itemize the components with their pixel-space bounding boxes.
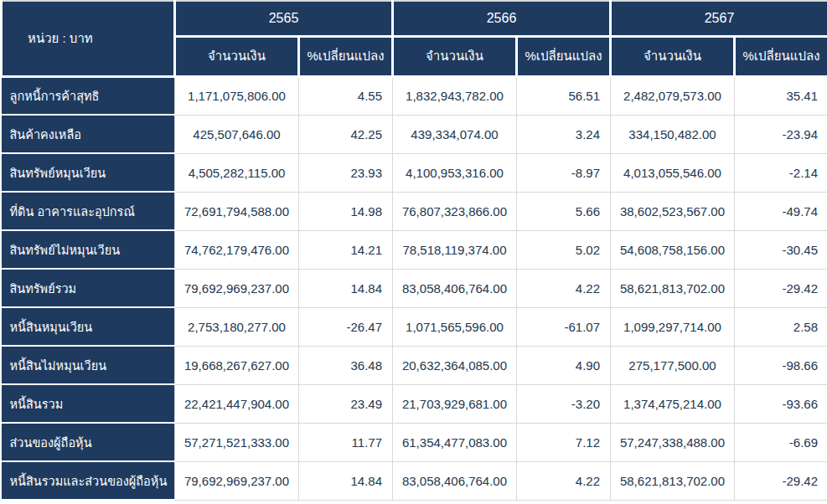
percent-change-cell: 7.12 (517, 423, 611, 461)
amount-cell: 79,692,969,237.00 (175, 269, 299, 307)
amount-cell: 57,247,338,488.00 (611, 423, 735, 461)
amount-cell: 1,374,475,214.00 (611, 384, 735, 423)
table-header: หน่วย : บาท 2565 2566 2567 จำนวนเงิน %เป… (2, 1, 827, 76)
table-row: ที่ดิน อาคารและอุปกรณ์72,691,794,588.001… (2, 192, 827, 230)
amount-cell: 275,177,500.00 (611, 346, 735, 384)
amount-cell: 78,518,119,374.00 (393, 230, 517, 269)
percent-change-cell: 3.24 (517, 115, 611, 153)
table-row: ส่วนของผู้ถือหุ้น57,271,521,333.0011.776… (2, 423, 827, 461)
table-row: สินทรัพย์รวม79,692,969,237.0014.8483,058… (2, 269, 827, 307)
percent-change-header-2567: %เปลี่ยนแปลง (735, 36, 827, 76)
percent-change-header-2565: %เปลี่ยนแปลง (299, 36, 393, 76)
amount-cell: 72,691,794,588.00 (175, 192, 299, 230)
percent-change-cell: 4.55 (299, 76, 393, 115)
percent-change-cell: -29.42 (735, 461, 827, 500)
amount-cell: 425,507,646.00 (175, 115, 299, 153)
amount-cell: 22,421,447,904.00 (175, 384, 299, 423)
table-row: หนี้สินรวมและส่วนของผู้ถือหุ้น79,692,969… (2, 461, 827, 500)
table-row: สินทรัพย์หมุนเวียน4,505,282,115.0023.934… (2, 153, 827, 192)
percent-change-cell: 2.58 (735, 307, 827, 346)
row-label: สินค้าคงเหลือ (2, 115, 175, 153)
percent-change-cell: -61.07 (517, 307, 611, 346)
amount-cell: 1,099,297,714.00 (611, 307, 735, 346)
table-row: ลูกหนี้การค้าสุทธิ1,171,075,806.004.551,… (2, 76, 827, 115)
table-body: ลูกหนี้การค้าสุทธิ1,171,075,806.004.551,… (2, 76, 827, 500)
year-header-2566: 2566 (393, 1, 611, 36)
amount-cell: 1,171,075,806.00 (175, 76, 299, 115)
amount-cell: 61,354,477,083.00 (393, 423, 517, 461)
amount-cell: 79,692,969,237.00 (175, 461, 299, 500)
amount-cell: 76,807,323,866.00 (393, 192, 517, 230)
amount-header-2566: จำนวนเงิน (393, 36, 517, 76)
percent-change-cell: 23.93 (299, 153, 393, 192)
amount-cell: 19,668,267,627.00 (175, 346, 299, 384)
amount-cell: 2,482,079,573.00 (611, 76, 735, 115)
percent-change-cell: 5.66 (517, 192, 611, 230)
percent-change-cell: 23.49 (299, 384, 393, 423)
percent-change-cell: 14.84 (299, 269, 393, 307)
percent-change-cell: -49.74 (735, 192, 827, 230)
percent-change-cell: -30.45 (735, 230, 827, 269)
percent-change-cell: 42.25 (299, 115, 393, 153)
percent-change-cell: -98.66 (735, 346, 827, 384)
row-label: ส่วนของผู้ถือหุ้น (2, 423, 175, 461)
row-label: หนี้สินหมุนเวียน (2, 307, 175, 346)
table-row: สินค้าคงเหลือ425,507,646.0042.25439,334,… (2, 115, 827, 153)
amount-cell: 2,753,180,277.00 (175, 307, 299, 346)
year-header-row: หน่วย : บาท 2565 2566 2567 (2, 1, 827, 36)
row-label: หนี้สินรวมและส่วนของผู้ถือหุ้น (2, 461, 175, 500)
percent-change-cell: -26.47 (299, 307, 393, 346)
amount-cell: 57,271,521,333.00 (175, 423, 299, 461)
amount-cell: 4,100,953,316.00 (393, 153, 517, 192)
table-row: หนี้สินรวม22,421,447,904.0023.4921,703,9… (2, 384, 827, 423)
amount-cell: 4,013,055,546.00 (611, 153, 735, 192)
table-row: หนี้สินหมุนเวียน2,753,180,277.00-26.471,… (2, 307, 827, 346)
row-label: หนี้สินไม่หมุนเวียน (2, 346, 175, 384)
year-header-2567: 2567 (611, 1, 827, 36)
row-label: ที่ดิน อาคารและอุปกรณ์ (2, 192, 175, 230)
row-label: สินทรัพย์ไม่หมุนเวียน (2, 230, 175, 269)
row-label: หนี้สินรวม (2, 384, 175, 423)
percent-change-cell: 14.84 (299, 461, 393, 500)
amount-cell: 1,832,943,782.00 (393, 76, 517, 115)
row-label: ลูกหนี้การค้าสุทธิ (2, 76, 175, 115)
percent-change-cell: 14.98 (299, 192, 393, 230)
percent-change-cell: 36.48 (299, 346, 393, 384)
amount-header-2567: จำนวนเงิน (611, 36, 735, 76)
percent-change-cell: 4.90 (517, 346, 611, 384)
amount-cell: 58,621,813,702.00 (611, 269, 735, 307)
percent-change-cell: -29.42 (735, 269, 827, 307)
percent-change-cell: -3.20 (517, 384, 611, 423)
percent-change-header-2566: %เปลี่ยนแปลง (517, 36, 611, 76)
percent-change-cell: 4.22 (517, 461, 611, 500)
percent-change-cell: 14.21 (299, 230, 393, 269)
percent-change-cell: 5.02 (517, 230, 611, 269)
amount-cell: 4,505,282,115.00 (175, 153, 299, 192)
amount-cell: 20,632,364,085.00 (393, 346, 517, 384)
amount-cell: 21,703,929,681.00 (393, 384, 517, 423)
table-row: หนี้สินไม่หมุนเวียน19,668,267,627.0036.4… (2, 346, 827, 384)
percent-change-cell: -8.97 (517, 153, 611, 192)
amount-cell: 1,071,565,596.00 (393, 307, 517, 346)
table-row: สินทรัพย์ไม่หมุนเวียน74,762,179,476.0014… (2, 230, 827, 269)
percent-change-cell: -23.94 (735, 115, 827, 153)
unit-label: หน่วย : บาท (2, 1, 175, 76)
amount-cell: 54,608,758,156.00 (611, 230, 735, 269)
percent-change-cell: -6.69 (735, 423, 827, 461)
financial-data-table: หน่วย : บาท 2565 2566 2567 จำนวนเงิน %เป… (0, 0, 827, 501)
row-label: สินทรัพย์หมุนเวียน (2, 153, 175, 192)
amount-cell: 58,621,813,702.00 (611, 461, 735, 500)
amount-cell: 74,762,179,476.00 (175, 230, 299, 269)
row-label: สินทรัพย์รวม (2, 269, 175, 307)
amount-cell: 83,058,406,764.00 (393, 269, 517, 307)
amount-cell: 38,602,523,567.00 (611, 192, 735, 230)
percent-change-cell: -2.14 (735, 153, 827, 192)
percent-change-cell: -93.66 (735, 384, 827, 423)
financial-statement-table: หน่วย : บาท 2565 2566 2567 จำนวนเงิน %เป… (0, 0, 827, 504)
percent-change-cell: 35.41 (735, 76, 827, 115)
percent-change-cell: 11.77 (299, 423, 393, 461)
amount-cell: 439,334,074.00 (393, 115, 517, 153)
percent-change-cell: 56.51 (517, 76, 611, 115)
percent-change-cell: 4.22 (517, 269, 611, 307)
amount-cell: 83,058,406,764.00 (393, 461, 517, 500)
